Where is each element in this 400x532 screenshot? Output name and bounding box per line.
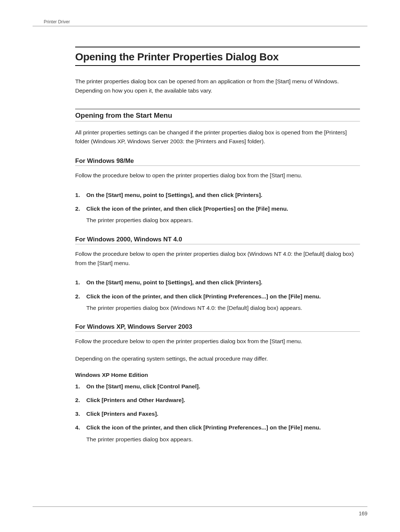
step-subtext: The printer properties dialog box (Windo… xyxy=(86,304,360,312)
section-title-start-menu: Opening from the Start Menu xyxy=(75,111,360,120)
section-intro: All printer properties settings can be c… xyxy=(75,128,360,147)
list-item: On the [Start] menu, click [Control Pane… xyxy=(75,382,360,391)
footer-rule xyxy=(33,506,367,507)
step-text: Click the icon of the printer, and then … xyxy=(86,205,288,212)
subsection-rule xyxy=(75,165,360,166)
title-rule-bottom xyxy=(75,65,360,66)
steps-win2000: On the [Start] menu, point to [Settings]… xyxy=(75,278,360,312)
subsection-rule xyxy=(75,331,360,332)
subsection-intro-winxp-1: Follow the procedure below to open the p… xyxy=(75,337,360,346)
subsection-intro-win2000: Follow the procedure below to open the p… xyxy=(75,250,360,268)
step-text: Click the icon of the printer, and then … xyxy=(86,424,321,431)
step-text: On the [Start] menu, point to [Settings]… xyxy=(86,279,262,285)
step-text: On the [Start] menu, point to [Settings]… xyxy=(86,192,262,198)
step-subtext: The printer properties dialog box appear… xyxy=(86,435,360,444)
steps-winxp: On the [Start] menu, click [Control Pane… xyxy=(75,382,360,444)
subsection-intro-winxp-2: Depending on the operating system settin… xyxy=(75,354,360,364)
subsection-title-win98: For Windows 98/Me xyxy=(75,157,360,165)
steps-win98: On the [Start] menu, point to [Settings]… xyxy=(75,191,360,225)
step-text: Click [Printers and Faxes]. xyxy=(86,411,159,417)
header-rule xyxy=(33,26,367,26)
list-item: Click [Printers and Other Hardware]. xyxy=(75,396,360,404)
subsection-rule xyxy=(75,244,360,244)
step-text: Click the icon of the printer, and then … xyxy=(86,293,321,300)
section-rule-top xyxy=(75,109,360,109)
list-item: On the [Start] menu, point to [Settings]… xyxy=(75,191,360,199)
list-item: Click the icon of the printer, and then … xyxy=(75,423,360,444)
list-item: On the [Start] menu, point to [Settings]… xyxy=(75,278,360,287)
intro-paragraph: The printer properties dialog box can be… xyxy=(75,77,360,96)
subsection-intro-win98: Follow the procedure below to open the p… xyxy=(75,171,360,180)
sub-heading-xp-home: Windows XP Home Edition xyxy=(75,372,360,378)
section-rule-bottom xyxy=(75,121,360,121)
subsection-title-win2000: For Windows 2000, Windows NT 4.0 xyxy=(75,236,360,243)
step-subtext: The printer properties dialog box appear… xyxy=(86,216,360,224)
page-footer: 169 xyxy=(33,506,367,516)
page-number: 169 xyxy=(33,511,367,516)
page-title: Opening the Printer Properties Dialog Bo… xyxy=(75,51,360,63)
step-text: On the [Start] menu, click [Control Pane… xyxy=(86,383,200,389)
list-item: Click [Printers and Faxes]. xyxy=(75,409,360,418)
running-header: Printer Driver xyxy=(44,19,367,24)
step-text: Click [Printers and Other Hardware]. xyxy=(86,397,185,403)
list-item: Click the icon of the printer, and then … xyxy=(75,204,360,225)
subsection-title-winxp: For Windows XP, Windows Server 2003 xyxy=(75,323,360,331)
title-rule-top xyxy=(75,47,360,47)
list-item: Click the icon of the printer, and then … xyxy=(75,292,360,312)
